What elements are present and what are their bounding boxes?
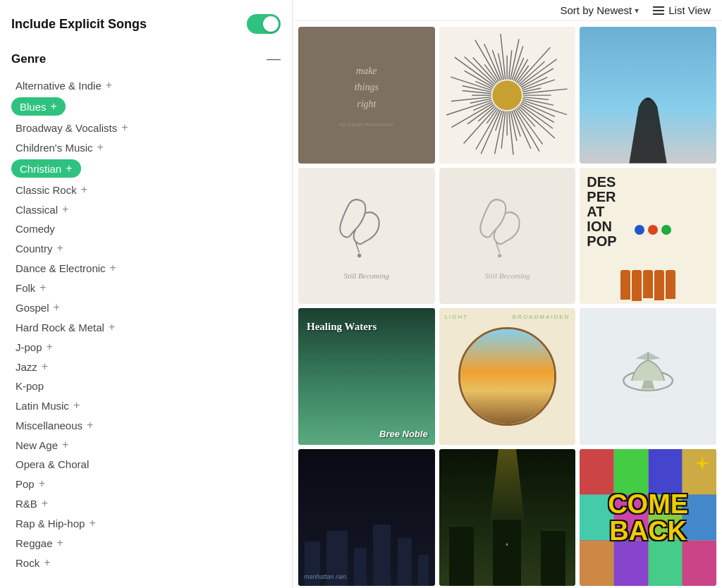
album-card-2[interactable] <box>439 27 576 164</box>
genre-add-icon[interactable]: + <box>42 360 48 373</box>
genre-add-icon[interactable]: + <box>97 141 104 154</box>
genre-add-icon[interactable]: + <box>121 121 128 134</box>
genre-item-opera---choral[interactable]: Opera & Choral <box>11 455 281 474</box>
album-card-12[interactable]: COMEBACK <box>580 449 716 586</box>
genre-add-icon[interactable]: + <box>57 537 63 549</box>
list-view-button[interactable]: List View <box>653 4 711 16</box>
album-card-1[interactable]: makethingsright by Daniel Rosenblum <box>298 27 435 164</box>
genre-name: Latin Music <box>16 400 69 412</box>
genre-name: Rap & Hip-hop <box>16 517 85 529</box>
sort-button[interactable]: Sort by Newest ▾ <box>561 4 640 16</box>
genre-item-dance---electronic[interactable]: Dance & Electronic+ <box>11 258 281 278</box>
genre-item-country[interactable]: Country+ <box>11 238 281 258</box>
svg-line-48 <box>510 39 519 80</box>
album-card-10[interactable]: manhattan rain. <box>298 449 435 586</box>
album-grid: makethingsright by Daniel Rosenblum S <box>298 27 716 588</box>
genre-item-miscellaneous[interactable]: Miscellaneous+ <box>11 415 281 435</box>
album-card-6[interactable]: DESPERATIONPOP <box>580 168 716 305</box>
genre-add-icon[interactable]: + <box>51 100 57 113</box>
explicit-row: Include Explicit Songs <box>11 14 281 34</box>
album-card-5[interactable]: Still Becoming <box>439 168 576 305</box>
svg-line-30 <box>451 97 491 101</box>
genre-item-broadway---vocalists[interactable]: Broadway & Vocalists+ <box>11 118 281 137</box>
svg-line-37 <box>455 57 494 86</box>
genre-add-icon[interactable]: + <box>81 183 87 196</box>
genre-name: Classic Rock <box>16 184 77 196</box>
genre-item-latin-music[interactable]: Latin Music+ <box>11 396 281 415</box>
genre-add-icon[interactable]: + <box>62 439 68 451</box>
genre-name: Miscellaneous <box>16 419 82 431</box>
toolbar: Sort by Newest ▾ List View <box>293 0 722 21</box>
genre-name: Gospel <box>16 302 49 314</box>
genre-add-icon[interactable]: + <box>89 517 95 529</box>
genre-add-icon[interactable]: + <box>42 497 48 510</box>
genre-title: Genre <box>11 52 46 66</box>
genre-item-folk[interactable]: Folk+ <box>11 278 281 298</box>
genre-item-jazz[interactable]: Jazz+ <box>11 357 281 376</box>
svg-point-62 <box>498 254 501 257</box>
genre-add-icon[interactable]: + <box>110 262 116 274</box>
genre-item-j-pop[interactable]: J-pop+ <box>11 337 281 357</box>
album-card-11[interactable] <box>439 449 576 586</box>
genre-name: Reggae <box>16 537 53 549</box>
genre-collapse-button[interactable]: — <box>267 51 281 67</box>
genre-item-r-b[interactable]: R&B+ <box>11 494 281 513</box>
genre-add-icon[interactable]: + <box>47 341 53 353</box>
explicit-toggle[interactable] <box>247 14 281 34</box>
genre-add-icon[interactable]: + <box>109 321 115 333</box>
svg-line-17 <box>501 111 506 148</box>
genre-add-icon[interactable]: + <box>73 399 80 412</box>
genre-item-gospel[interactable]: Gospel+ <box>11 298 281 317</box>
genre-item-reggae[interactable]: Reggae+ <box>11 533 281 553</box>
genre-item-hard-rock---metal[interactable]: Hard Rock & Metal+ <box>11 317 281 337</box>
list-view-icon <box>653 6 664 15</box>
genre-add-icon[interactable]: + <box>66 162 72 175</box>
genre-item-rock[interactable]: Rock+ <box>11 553 281 572</box>
genre-add-icon[interactable]: + <box>39 281 46 294</box>
genre-add-icon[interactable]: + <box>106 79 112 92</box>
album-grid-container: makethingsright by Daniel Rosenblum S <box>293 21 722 588</box>
genre-name: R&B <box>16 498 37 510</box>
genre-name: Alternative & Indie <box>16 80 102 92</box>
genre-name: Dance & Electronic <box>16 262 106 274</box>
chevron-down-icon: ▾ <box>635 6 639 16</box>
genre-item-k-pop[interactable]: K-pop <box>11 376 281 396</box>
album-card-9[interactable] <box>580 308 716 445</box>
album-card-3[interactable] <box>580 27 716 164</box>
svg-point-0 <box>493 80 522 110</box>
genre-name: Comedy <box>16 223 55 235</box>
genre-name: J-pop <box>16 341 42 353</box>
svg-line-34 <box>451 77 491 90</box>
svg-line-45 <box>501 34 506 80</box>
genre-item-alternative---indie[interactable]: Alternative & Indie+ <box>11 75 281 95</box>
genre-item-new-age[interactable]: New Age+ <box>11 435 281 455</box>
genre-add-icon[interactable]: + <box>54 301 60 314</box>
genre-item-comedy[interactable]: Comedy <box>11 219 281 238</box>
genre-item-pop[interactable]: Pop+ <box>11 474 281 494</box>
album-card-4[interactable]: Still Becoming <box>298 168 435 305</box>
list-view-label: List View <box>668 4 711 16</box>
genre-item-christian[interactable]: Christian+ <box>11 159 81 178</box>
genre-item-children-s-music[interactable]: Children's Music+ <box>11 137 281 157</box>
genre-list: Alternative & Indie+Blues+Broadway & Voc… <box>11 75 281 572</box>
genre-item-classic-rock[interactable]: Classic Rock+ <box>11 180 281 200</box>
genre-item-blues[interactable]: Blues+ <box>11 97 66 116</box>
genre-name: Opera & Choral <box>16 458 89 470</box>
genre-add-icon[interactable]: + <box>39 477 45 490</box>
genre-add-icon[interactable]: + <box>57 242 63 255</box>
main-content: Sort by Newest ▾ List View makethingsrig… <box>293 0 722 588</box>
genre-name: Jazz <box>16 361 37 373</box>
genre-item-rap---hip-hop[interactable]: Rap & Hip-hop+ <box>11 513 281 533</box>
svg-line-23 <box>464 107 496 143</box>
genre-name: New Age <box>16 439 58 451</box>
genre-add-icon[interactable]: + <box>62 203 68 216</box>
sort-label: Sort by Newest <box>561 4 632 16</box>
genre-add-icon[interactable]: + <box>87 419 93 431</box>
genre-name: K-pop <box>16 380 44 392</box>
album-card-8[interactable]: LIGHT BROADMAIDEN <box>439 308 576 445</box>
genre-add-icon[interactable]: + <box>44 556 50 569</box>
genre-item-classical[interactable]: Classical+ <box>11 200 281 219</box>
album-card-7[interactable]: Healing Waters Bree Noble <box>298 308 435 445</box>
svg-line-24 <box>479 106 496 121</box>
genre-name: Folk <box>16 282 35 294</box>
